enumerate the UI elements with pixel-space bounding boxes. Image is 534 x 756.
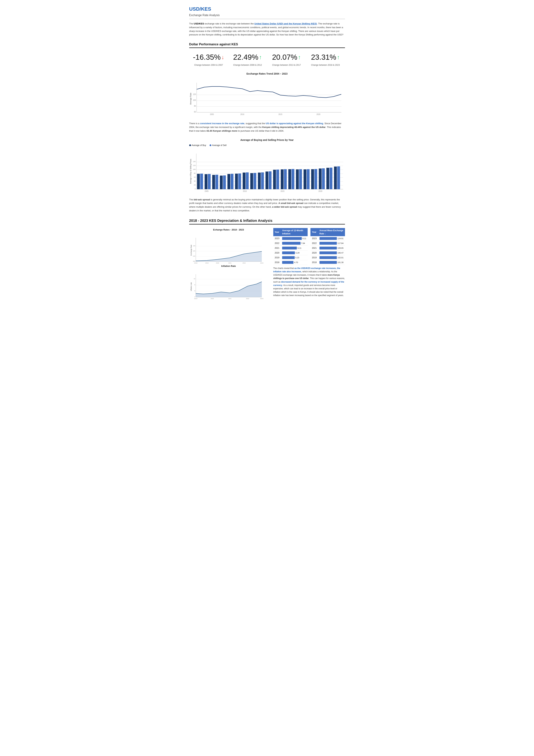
chart2-title: Average of Buying and Selling Prices by … [189,138,345,142]
svg-text:2019: 2019 [194,298,197,299]
table2-bar-2018: 101.30 [318,260,345,265]
svg-rect-44 [243,173,245,189]
table1-year-2022: 2022 [273,241,281,246]
svg-text:120: 120 [193,94,196,95]
svg-text:20: 20 [194,184,195,186]
svg-rect-61 [307,169,310,189]
svg-rect-46 [250,173,253,189]
svg-rect-58 [296,169,299,189]
svg-text:2005: 2005 [210,113,214,115]
metric-item-0: -16.35% ↓ Change between 2004 & 2007 [189,52,228,67]
table1-bar-2021: 6.11 [281,246,308,250]
svg-rect-52 [273,170,276,189]
chart2-container: Average of Buying and Selling Prices by … [189,138,345,193]
bar-group-2021 [326,168,332,189]
table2-year-2022: 2022 [311,241,318,246]
bar-group-2015 [281,169,287,189]
svg-text:140: 140 [193,161,195,162]
svg-text:2019: 2019 [205,262,209,264]
table-row: 2019 5.23 [273,255,308,260]
metric-number-2: 20.07% [272,52,297,63]
table1-bar-2018: 4.70 [281,260,308,265]
svg-rect-42 [235,174,238,189]
table1-year-2019: 2019 [273,255,281,260]
svg-text:100: 100 [193,260,195,262]
bar-group-2012 [258,173,264,189]
metric-label-3: Change between 2018 & 2023 [306,64,345,67]
svg-rect-37 [216,175,218,189]
svg-text:60: 60 [194,111,196,113]
bar-group-2019 [311,169,317,189]
svg-rect-64 [319,169,321,189]
table2-container: Year Annual Mean Exchange Rate ↓ 2023 12… [311,228,345,265]
bar-group-2014 [273,170,279,189]
svg-text:2018: 2018 [194,262,197,264]
table1-header-inflation: Average of 12-Month Inflation [281,228,308,236]
svg-rect-60 [304,169,306,189]
legend-sell: Average of Sell [210,144,226,147]
chart1-ylabel: Average Rate [190,93,192,105]
table1-year-2018: 2018 [273,260,281,265]
analysis3-text: The charts reveal that as the USD/KES ex… [273,267,345,297]
bar-group-2006 [212,175,218,189]
chart4-area [196,282,262,297]
exchange-table: Year Annual Mean Exchange Rate ↓ 2023 12… [311,228,345,265]
svg-text:Exchange Rate: Exchange Rate [190,245,192,256]
table2-bar-2021: 109.65 [318,246,345,250]
svg-rect-54 [281,169,284,189]
svg-rect-67 [330,168,332,189]
svg-text:2010: 2010 [243,190,247,192]
svg-text:60: 60 [194,176,195,178]
metric-label-1: Change between 2008 & 2012 [228,64,267,67]
bar-group-2018 [304,169,310,189]
table1-year-2023: 2023 [273,236,281,241]
svg-text:80: 80 [194,105,196,107]
bottom-section: Echange Rates - 2018 - 2023 Exchange Rat… [189,228,345,301]
table1-bar-2019: 5.23 [281,255,308,260]
table2-bar-2023: 124.91 [318,236,345,241]
bar-group-2013 [266,171,271,189]
table2-year-2019: 2019 [311,255,318,260]
page-title: USD/KES [189,5,345,13]
svg-rect-38 [220,176,223,189]
svg-rect-57 [292,169,294,189]
inflation-table: Year Average of 12-Month Inflation 2023 … [273,228,308,265]
metric-label-0: Change between 2004 & 2007 [189,64,228,67]
svg-rect-33 [200,174,203,189]
svg-rect-34 [205,174,207,189]
svg-rect-32 [197,174,200,189]
svg-rect-62 [311,169,314,189]
svg-rect-49 [261,173,264,189]
table-row: 2020 106.47 [311,250,345,255]
chart1-title: Exchange Rates Trend 2004 – 2023 [189,72,345,76]
table2-header-rate: Annual Mean Exchange Rate ↓ [318,228,345,236]
metric-value-0: -16.35% ↓ [189,52,228,63]
metric-item-2: 20.07% ↑ Change between 2013 & 2017 [267,52,306,67]
chart2-legend: Average of Buy Average of Sell [189,144,345,147]
svg-text:130: 130 [193,245,195,247]
bar-group-2011 [250,173,256,189]
page-subtitle: Exchange Rate Analysis [189,13,345,17]
svg-text:2021: 2021 [228,298,232,299]
svg-text:2023: 2023 [260,262,263,264]
svg-text:120: 120 [193,250,195,252]
table-row: 2021 6.11 [273,246,308,250]
svg-text:100: 100 [193,99,196,101]
svg-text:2015: 2015 [280,190,284,192]
tables-row: Year Average of 12-Month Inflation 2023 … [273,228,345,265]
svg-rect-51 [269,171,271,189]
metric-item-3: 23.31% ↑ Change between 2018 & 2023 [306,52,345,67]
bar-group-2017 [296,169,302,189]
table1-container: Year Average of 12-Month Inflation 2023 … [273,228,308,265]
svg-rect-69 [337,166,340,189]
section1-title: Dollar Performance against KES [189,42,345,48]
table2-year-2023: 2023 [311,236,318,241]
metric-value-2: 20.07% ↑ [267,52,306,63]
svg-text:2022: 2022 [246,298,249,299]
metric-item-1: 22.49% ↑ Change between 2008 & 2012 [228,52,267,67]
svg-rect-40 [227,174,230,189]
table1-year-2020: 2020 [273,250,281,255]
chart1-container: Exchange Rates Trend 2004 – 2023 Average… [189,72,345,117]
svg-text:2020: 2020 [216,262,219,264]
legend-dot-sell [210,145,211,146]
